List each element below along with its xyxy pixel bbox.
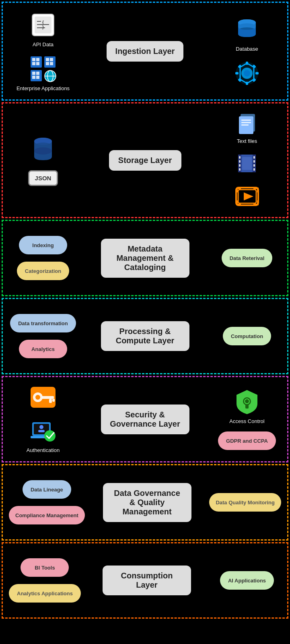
auth-icon xyxy=(29,417,57,445)
storage-layer: JSON Storage Layer Text files xyxy=(2,102,288,218)
processing-layer: Data transformation Analytics Processing… xyxy=(2,298,288,374)
svg-rect-10 xyxy=(32,62,35,65)
ingestion-label-box: Ingestion Layer xyxy=(107,41,184,62)
ai-apps-label: AI Applications xyxy=(228,578,266,584)
data-quality-label: Data Quality Monitoring xyxy=(216,500,275,506)
bi-tools-cloud: BI Tools xyxy=(21,558,69,577)
database-blue-icon xyxy=(233,15,261,43)
processing-label-box: Processing & Compute Layer xyxy=(101,321,189,351)
database-label: Database xyxy=(236,46,258,52)
svg-rect-20 xyxy=(32,76,35,79)
svg-rect-21 xyxy=(36,76,39,79)
data-transformation-label: Data transformation xyxy=(18,320,68,326)
json-icon: JSON xyxy=(28,170,58,186)
auth-item: Authentication xyxy=(27,417,60,453)
compliance-label: Compliance Management xyxy=(15,512,78,518)
indexing-label: Indexing xyxy=(32,242,53,248)
storage-left: JSON xyxy=(9,135,77,186)
governance-right: Data Quality Monitoring xyxy=(209,493,281,512)
svg-rect-19 xyxy=(36,72,39,75)
ingestion-center: Ingestion Layer xyxy=(77,41,213,62)
security-layer: Authentication Security & Governance Lay… xyxy=(2,376,288,462)
svg-rect-57 xyxy=(239,164,241,167)
svg-rect-8 xyxy=(32,58,35,61)
svg-point-84 xyxy=(44,430,56,442)
governance-label-box: Data Governance & Quality Management xyxy=(103,483,191,522)
data-transformation-cloud: Data transformation xyxy=(10,314,76,332)
svg-marker-66 xyxy=(244,192,253,200)
svg-rect-62 xyxy=(253,168,255,171)
svg-rect-37 xyxy=(235,72,239,74)
auth-label: Authentication xyxy=(27,447,60,453)
ai-apps-cloud: AI Applications xyxy=(220,571,274,590)
camera-icon xyxy=(234,183,260,209)
computation-cloud: Computation xyxy=(223,327,271,345)
svg-rect-49 xyxy=(241,120,251,121)
storage-db-item xyxy=(29,135,57,163)
svg-point-77 xyxy=(35,395,40,400)
metadata-center: Metadata Management & Cataloging xyxy=(77,239,213,278)
film-strip-icon xyxy=(235,151,259,175)
svg-rect-38 xyxy=(255,72,259,74)
computation-label: Computation xyxy=(231,333,263,339)
svg-rect-15 xyxy=(46,62,49,65)
gdpr-label: GDPR and CCPA xyxy=(226,438,268,444)
svg-rect-78 xyxy=(42,396,54,399)
storage-label: Storage Layer xyxy=(118,156,172,165)
svg-rect-16 xyxy=(50,62,53,65)
svg-rect-58 xyxy=(239,168,241,171)
svg-rect-35 xyxy=(246,62,248,65)
svg-point-46 xyxy=(34,147,52,155)
governance-left: Data Lineage Compliance Management xyxy=(9,480,85,524)
api-data-icon: { } xyxy=(29,11,57,39)
storage-center: Storage Layer xyxy=(77,150,213,171)
text-files-icon xyxy=(235,111,259,136)
access-control-label: Access Control xyxy=(229,418,264,424)
indexing-cloud: Indexing xyxy=(19,236,67,254)
svg-rect-74 xyxy=(257,200,259,205)
svg-point-34 xyxy=(244,70,250,76)
security-center: Security & Governance Layer xyxy=(77,405,213,434)
svg-rect-51 xyxy=(241,124,249,126)
consumption-layer: BI Tools Analytics Applications Consumpt… xyxy=(2,542,288,619)
film-strip-item xyxy=(235,151,259,175)
text-files-label: Text files xyxy=(237,138,257,144)
svg-point-85 xyxy=(39,425,43,429)
svg-rect-50 xyxy=(241,122,251,123)
processing-left: Data transformation Analytics xyxy=(9,314,77,358)
gear-blue-item xyxy=(233,59,261,87)
data-lineage-label: Data Lineage xyxy=(31,487,63,493)
analytics-apps-label: Analytics Applications xyxy=(17,590,73,597)
database-item: Database xyxy=(233,15,261,52)
metadata-layer: Indexing Categorization Metadata Managem… xyxy=(2,220,288,296)
analytics-cloud: Analytics xyxy=(19,340,67,358)
categorization-label: Categorization xyxy=(25,268,61,274)
svg-text:{: { xyxy=(42,20,44,25)
storage-db-icon xyxy=(29,135,57,163)
enterprise-apps-label: Enterprise Applications xyxy=(16,85,70,91)
processing-center: Processing & Compute Layer xyxy=(77,321,213,351)
data-lineage-cloud: Data Lineage xyxy=(23,480,71,499)
svg-text:}: } xyxy=(42,25,44,29)
security-right: Access Control GDPR and CCPA xyxy=(213,388,281,450)
svg-rect-13 xyxy=(46,58,49,61)
bi-tools-label: BI Tools xyxy=(35,565,55,571)
svg-rect-70 xyxy=(257,188,259,192)
consumption-label: Consumption Layer xyxy=(121,571,173,589)
data-retrieval-label: Data Reterival xyxy=(230,255,265,261)
shield-icon xyxy=(235,388,259,416)
storage-label-box: Storage Layer xyxy=(109,150,181,171)
processing-right: Computation xyxy=(213,327,281,345)
svg-rect-14 xyxy=(50,58,53,61)
key-icon xyxy=(29,385,57,409)
governance-layer: Data Lineage Compliance Management Data … xyxy=(2,464,288,541)
analytics-label: Analytics xyxy=(31,346,55,352)
json-item: JSON xyxy=(28,170,58,186)
svg-rect-55 xyxy=(239,156,241,159)
svg-rect-18 xyxy=(32,72,35,75)
consumption-center: Consumption Layer xyxy=(81,566,213,595)
key-item xyxy=(29,385,57,409)
compliance-cloud: Compliance Management xyxy=(9,506,85,524)
governance-center: Data Governance & Quality Management xyxy=(85,483,210,522)
enterprise-apps-icon xyxy=(29,55,57,83)
